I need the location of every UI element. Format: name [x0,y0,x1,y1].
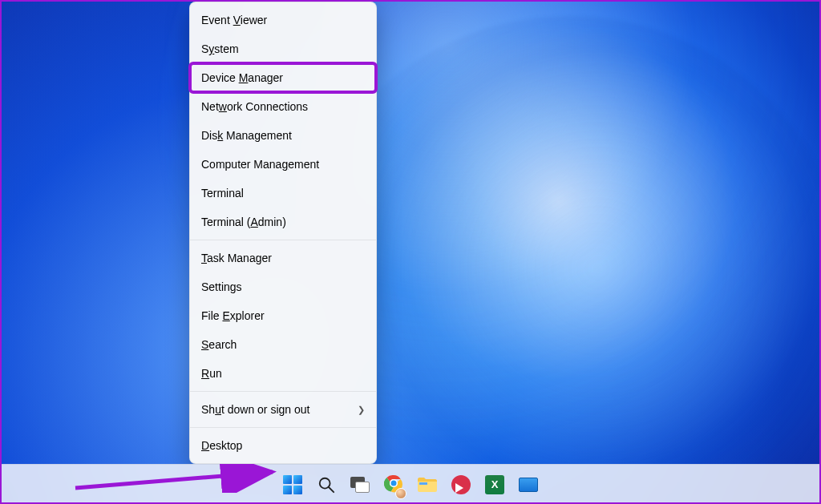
task-view-button[interactable] [349,474,371,496]
menu-item-disk-management[interactable]: Disk Management [190,121,376,150]
task-view-button-icon [350,477,370,493]
app-blue-tile-icon [519,478,538,492]
menu-item-settings[interactable]: Settings [190,272,376,301]
menu-item-terminal-admin[interactable]: Terminal (Admin) [190,208,376,236]
menu-item-desktop[interactable]: Desktop [190,431,376,460]
start-button-icon [283,475,302,494]
start-button[interactable] [281,474,304,496]
menu-item-device-manager[interactable]: Device Manager [190,63,376,92]
svg-rect-2 [419,482,427,485]
menu-item-label: Terminal [201,187,244,200]
menu-item-label: Task Manager [201,252,272,264]
app-blue-tile[interactable] [517,474,540,496]
menu-separator [190,391,376,392]
menu-item-file-explorer[interactable]: File Explorer [190,301,376,330]
menu-item-system[interactable]: System [190,34,376,63]
menu-separator [190,240,376,240]
todoist-app[interactable] [450,474,472,496]
menu-item-label: Terminal (Admin) [201,216,286,228]
menu-item-event-viewer[interactable]: Event Viewer [190,6,376,34]
desktop-wallpaper [0,0,821,504]
menu-item-label: Run [201,367,222,380]
excel-app[interactable]: X [483,474,506,496]
todoist-app-icon [451,475,471,494]
menu-item-terminal[interactable]: Terminal [190,179,376,208]
profile-avatar-badge [395,488,406,499]
file-explorer-app-icon [417,476,438,494]
menu-item-task-manager[interactable]: Task Manager [190,244,376,272]
menu-item-label: System [201,42,239,55]
svg-line-1 [329,486,334,491]
search-button[interactable] [315,474,338,496]
excel-app-icon: X [485,475,504,494]
menu-item-label: Computer Management [201,158,319,171]
taskbar: X [0,464,821,504]
menu-item-label: Shut down or sign out [201,403,309,416]
menu-item-computer-management[interactable]: Computer Management [190,150,376,179]
menu-item-label: Event Viewer [201,14,267,26]
menu-item-search[interactable]: Search [190,330,376,359]
chevron-right-icon: ❯ [358,405,365,415]
menu-separator [190,427,376,428]
menu-item-label: Desktop [201,439,242,452]
winx-context-menu: Event ViewerSystemDevice ManagerNetwork … [189,2,377,464]
menu-item-network-connections[interactable]: Network Connections [190,92,376,121]
menu-item-label: Disk Management [201,129,292,142]
menu-item-label: File Explorer [201,309,265,322]
menu-item-label: Settings [201,280,242,293]
menu-item-label: Network Connections [201,100,308,113]
chrome-app[interactable] [382,474,405,496]
chrome-app-icon [384,474,403,496]
menu-item-label: Search [201,338,237,351]
menu-item-label: Device Manager [201,71,283,84]
search-button-icon [317,476,335,494]
file-explorer-app[interactable] [416,474,439,496]
menu-item-shut-down-or-sign-out[interactable]: Shut down or sign out❯ [190,395,376,424]
menu-item-run[interactable]: Run [190,359,376,388]
